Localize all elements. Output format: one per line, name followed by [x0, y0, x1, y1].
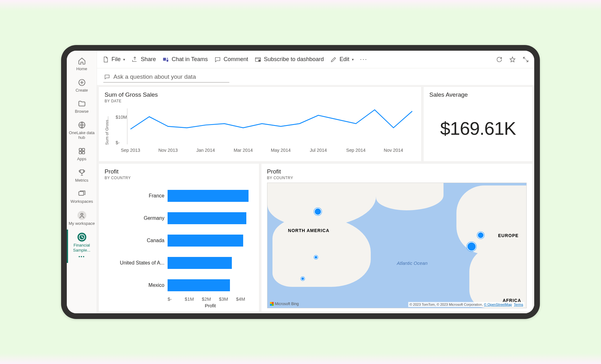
map-pin-usa[interactable] — [314, 255, 318, 259]
edit-label: Edit — [340, 56, 349, 63]
teams-icon — [162, 56, 169, 63]
svg-text:Jan 2014: Jan 2014 — [196, 148, 215, 153]
refresh-icon — [496, 56, 503, 63]
tile-sales-average[interactable]: Sales Average $169.61K — [424, 87, 532, 161]
map-label-ocean: Atlantic Ocean — [397, 260, 428, 266]
report-circle-icon — [77, 233, 86, 242]
bar-fill — [168, 279, 230, 291]
qna-bar: Ask a question about your data — [97, 68, 534, 85]
svg-text:May 2014: May 2014 — [271, 148, 291, 153]
tile-subtitle: BY COUNTRY — [105, 176, 253, 180]
svg-rect-9 — [163, 58, 166, 60]
nav-my-workspace[interactable]: My workspace — [67, 208, 97, 230]
x-tick: $- — [168, 296, 185, 302]
folder-icon — [78, 100, 86, 108]
x-tick: $3M — [219, 296, 236, 302]
file-menu[interactable]: File ▾ — [102, 56, 125, 63]
nav-browse[interactable]: Browse — [67, 96, 97, 118]
file-label: File — [112, 56, 121, 63]
nav-home-label: Home — [76, 66, 87, 71]
nav-home[interactable]: Home — [67, 54, 97, 75]
svg-rect-6 — [79, 192, 83, 196]
toolbar: File ▾ Share Chat in Teams Comment — [97, 51, 534, 68]
comment-icon — [214, 56, 221, 63]
bar-label: France — [105, 193, 168, 199]
share-button[interactable]: Share — [131, 56, 156, 63]
nav-onelake-label: OneLake data hub — [68, 130, 95, 140]
svg-rect-5 — [82, 151, 85, 154]
edit-menu[interactable]: Edit ▾ — [330, 56, 354, 63]
bar-label: United States of A... — [105, 260, 168, 266]
trophy-icon — [78, 168, 86, 177]
subscribe-label: Subscribe to dashboard — [264, 56, 324, 63]
chat-teams-button[interactable]: Chat in Teams — [162, 56, 208, 63]
bar-row: Mexico — [105, 278, 253, 293]
nav-apps[interactable]: Apps — [67, 144, 97, 165]
bar-row: United States of A... — [105, 256, 253, 270]
terms-link[interactable]: Terms — [514, 303, 523, 306]
left-nav: Home Create Browse OneLake data hub Apps… — [67, 51, 97, 313]
tile-gross-sales[interactable]: Sum of Gross Sales BY DATE Sum of Gross.… — [99, 87, 421, 161]
svg-rect-3 — [82, 148, 85, 151]
svg-point-12 — [259, 60, 260, 61]
fullscreen-button[interactable] — [522, 56, 529, 63]
comment-label: Comment — [224, 56, 248, 63]
qna-input[interactable]: Ask a question about your data — [103, 71, 229, 82]
chat-label: Chat in Teams — [172, 56, 208, 63]
tile-profit-map[interactable]: Profit BY COUNTRY NORTH AMERICA EUROPE A… — [261, 164, 533, 311]
nav-metrics[interactable]: Metrics — [67, 165, 97, 187]
more-dots-icon: ••• — [78, 254, 85, 259]
line-chart: Sum of Gross... $10M $- Sep 2013Nov 2013… — [105, 103, 415, 158]
bar-label: Canada — [105, 238, 168, 243]
person-circle-icon — [77, 211, 86, 220]
pencil-icon — [330, 56, 337, 63]
nav-create-label: Create — [76, 88, 88, 93]
map-label-eu: EUROPE — [498, 233, 518, 238]
svg-point-10 — [167, 58, 168, 59]
nav-my-workspace-label: My workspace — [69, 221, 95, 226]
favorite-button[interactable] — [509, 56, 516, 63]
bar-chart: Country FranceGermanyCanadaUnited States… — [105, 180, 253, 308]
subscribe-button[interactable]: Subscribe to dashboard — [255, 56, 324, 63]
tile-title: Profit — [105, 168, 253, 175]
tile-profit-bar[interactable]: Profit BY COUNTRY Country FranceGermanyC… — [99, 164, 259, 311]
tablet-frame: Home Create Browse OneLake data hub Apps… — [61, 45, 540, 319]
nav-financial-sample[interactable]: Financial Sample... ••• — [67, 230, 97, 263]
svg-text:Sep 2013: Sep 2013 — [121, 148, 140, 153]
svg-text:Nov 2013: Nov 2013 — [158, 148, 178, 153]
nav-browse-label: Browse — [75, 109, 89, 114]
svg-point-7 — [81, 213, 83, 215]
more-button[interactable]: ··· — [360, 56, 368, 63]
x-tick: $4M — [236, 296, 253, 302]
osm-link[interactable]: © OpenStreetMap — [484, 303, 512, 306]
bar-fill — [168, 212, 246, 224]
map-pin-france[interactable] — [467, 242, 476, 251]
nav-create[interactable]: Create — [67, 75, 97, 97]
svg-text:Sep 2014: Sep 2014 — [346, 148, 366, 153]
svg-text:Jul 2014: Jul 2014 — [310, 148, 327, 153]
comment-button[interactable]: Comment — [214, 56, 248, 63]
nav-metrics-label: Metrics — [75, 178, 89, 183]
bar-label: Mexico — [105, 282, 168, 288]
refresh-button[interactable] — [496, 56, 503, 63]
bar-fill — [168, 257, 232, 269]
map-label-na: NORTH AMERICA — [288, 228, 329, 233]
app-screen: Home Create Browse OneLake data hub Apps… — [67, 51, 534, 313]
tile-subtitle: BY DATE — [105, 99, 415, 103]
home-icon — [78, 57, 86, 65]
map-pin-germany[interactable] — [477, 232, 484, 239]
nav-workspaces-label: Workspaces — [71, 199, 93, 204]
x-tick: $1M — [185, 296, 202, 302]
bar-row: France — [105, 189, 253, 203]
plus-circle-icon — [78, 78, 86, 87]
map-attribution: © 2023 TomTom, © 2023 Microsoft Corporat… — [408, 302, 524, 307]
nav-workspaces[interactable]: Workspaces — [67, 186, 97, 208]
nav-onelake[interactable]: OneLake data hub — [67, 118, 97, 144]
dashboard-canvas: Sum of Gross Sales BY DATE Sum of Gross.… — [97, 85, 534, 313]
tile-subtitle: BY COUNTRY — [267, 176, 527, 180]
map-pin-canada[interactable] — [314, 208, 322, 215]
map-chart[interactable]: NORTH AMERICA EUROPE AFRICA Atlantic Oce… — [267, 183, 527, 308]
bar-fill — [168, 190, 249, 202]
nav-apps-label: Apps — [77, 156, 87, 162]
share-icon — [131, 56, 138, 63]
